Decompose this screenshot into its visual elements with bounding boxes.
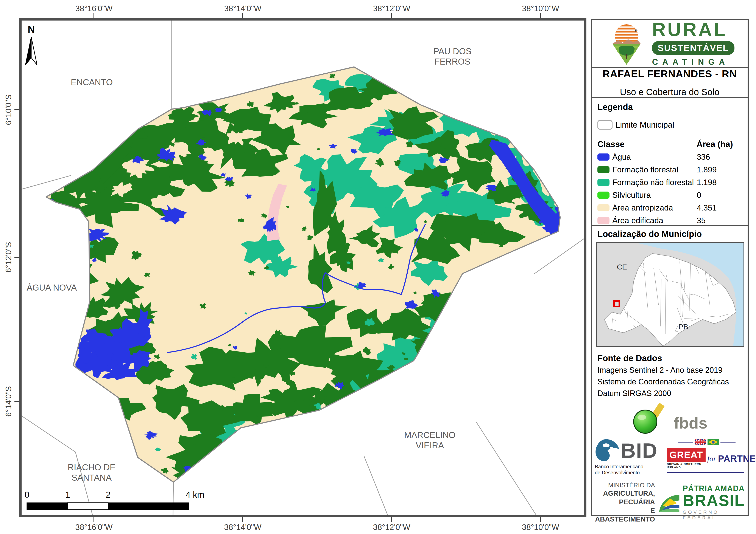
legend-row: Silvicultura0: [597, 189, 742, 201]
brazil-flag-icon: [708, 439, 719, 445]
legend-col-area: Área (ha): [696, 140, 733, 149]
svg-text:N: N: [28, 24, 35, 35]
ministry-line: MINISTÉRIO DA: [592, 481, 655, 489]
ministry-logo: MINISTÉRIO DA AGRICULTURA, PECUÁRIA E AB…: [592, 481, 655, 523]
location-heading: Localização do Município: [592, 229, 747, 239]
legend-swatch: [597, 166, 609, 173]
page-subtitle: Uso e Cobertura do Solo: [620, 87, 719, 97]
svg-text:38°16'0"W: 38°16'0"W: [75, 523, 113, 532]
svg-text:6°14'0"S: 6°14'0"S: [4, 386, 13, 417]
main-map: 38°16'0"W38°16'0"W38°14'0"W38°14'0"W38°1…: [0, 0, 591, 534]
legend-class-label: Área edificada: [612, 216, 697, 225]
legend-swatch: [597, 179, 609, 186]
program-logo: RURAL SUSTENTÁVEL CAATINGA: [592, 20, 747, 68]
limit-municipal-swatch: [597, 120, 612, 130]
legend-swatch: [597, 204, 609, 211]
fbds-logo: fbds: [592, 401, 747, 435]
page-title: RAFAEL FERNANDES - RN: [603, 68, 737, 80]
svg-text:MARCELINO: MARCELINO: [404, 430, 455, 440]
data-source-heading: Fonte de Dados: [597, 353, 747, 363]
svg-text:38°14'0"W: 38°14'0"W: [224, 4, 261, 13]
logo-word-rural: RURAL: [652, 20, 734, 39]
svg-text:VIEIRA: VIEIRA: [416, 441, 444, 450]
ministry-line: E ABASTECIMENTO: [592, 506, 655, 523]
svg-text:SANTANA: SANTANA: [71, 473, 112, 482]
bid-logo-icon: [595, 439, 621, 463]
svg-text:FERROS: FERROS: [435, 57, 471, 66]
data-source-line: Sistema de Coordenadas Geográficas: [597, 377, 747, 386]
data-source-line: Datum SIRGAS 2000: [597, 389, 747, 398]
legend-col-classe: Classe: [597, 140, 696, 149]
fbds-wordmark: fbds: [674, 414, 707, 432]
uk-flag-icon: [695, 439, 706, 445]
great-subtitle: BRITAIN & NORTHERN IRELAND: [667, 463, 706, 469]
ministry-line: AGRICULTURA, PECUÁRIA: [592, 489, 655, 506]
great-wordmark: GREAT: [667, 448, 706, 462]
svg-text:PAU DOS: PAU DOS: [433, 46, 472, 56]
svg-text:38°10'0"W: 38°10'0"W: [522, 523, 559, 532]
bid-wordmark: BID: [621, 440, 658, 461]
legend-rows: Água336Formação florestal1.899Formação n…: [597, 151, 742, 227]
flag-divider-line: [678, 442, 693, 443]
legend-row: Formação florestal1.899: [597, 164, 742, 176]
svg-text:38°10'0"W: 38°10'0"W: [522, 4, 559, 13]
legend-class-label: Formação florestal: [612, 165, 697, 174]
legend-heading: Legenda: [597, 102, 742, 112]
data-source-line: Imagens Sentinel 2 - Ano base 2019: [597, 366, 747, 375]
north-arrow-icon: N: [25, 24, 37, 65]
legend: Legenda Limite Municipal Classe Área (ha…: [592, 98, 747, 226]
legend-area-value: 1.198: [697, 178, 717, 187]
legend-row: Área edificada35: [597, 214, 742, 227]
brasil-line3: GOVERNO FEDERAL: [683, 509, 747, 521]
legend-class-label: Formação não florestal: [612, 178, 697, 187]
svg-text:1: 1: [65, 490, 70, 499]
svg-text:6°12'0"S: 6°12'0"S: [4, 242, 13, 272]
svg-text:4 km: 4 km: [186, 490, 204, 499]
logo-word-caatinga: CAATINGA: [652, 58, 734, 67]
legend-row: Área antropizada4.351: [597, 201, 742, 214]
location-inset-map: CEPB: [596, 242, 744, 347]
svg-text:38°14'0"W: 38°14'0"W: [224, 523, 261, 532]
legend-area-value: 1.899: [697, 165, 717, 174]
bid-subtitle: Banco Interamericano: [595, 464, 666, 470]
bid-logo: BID Banco Interamericano de Desenvolvime…: [592, 439, 666, 476]
legend-swatch: [597, 217, 609, 224]
legend-area-value: 0: [697, 191, 701, 200]
patria-amada-brasil-logo: PÁTRIA AMADA BRASIL GOVERNO FEDERAL: [658, 484, 747, 521]
legend-row: Formação não florestal1.198: [597, 176, 742, 189]
legend-area-value: 4.351: [697, 203, 717, 213]
brasil-logo-icon: [658, 491, 681, 514]
legend-area-value: 35: [697, 216, 706, 225]
legend-class-label: Silvicultura: [612, 191, 697, 200]
map-sheet: 38°16'0"W38°16'0"W38°14'0"W38°14'0"W38°1…: [0, 0, 756, 534]
svg-text:0: 0: [25, 490, 29, 499]
limit-municipal-label: Limite Municipal: [615, 120, 674, 130]
svg-text:2: 2: [106, 490, 111, 499]
svg-text:38°12'0"W: 38°12'0"W: [373, 523, 410, 532]
fbds-logo-icon: [632, 401, 673, 435]
great-for: for: [707, 454, 716, 463]
inset-label-pb: PB: [678, 323, 688, 331]
flag-divider-line: [720, 442, 736, 443]
svg-text:38°12'0"W: 38°12'0"W: [373, 4, 410, 13]
legend-row: Água336: [597, 151, 742, 164]
legend-swatch: [597, 153, 609, 161]
legend-class-label: Área antropizada: [612, 203, 697, 213]
side-panel: RURAL SUSTENTÁVEL CAATINGA RAFAEL FERNAN…: [591, 19, 749, 516]
svg-text:RIACHO DE: RIACHO DE: [68, 463, 116, 472]
great-partnership-logo: GREAT BRITAIN & NORTHERN IRELAND for PAR…: [667, 439, 746, 473]
logo-word-sustentavel: SUSTENTÁVEL: [652, 41, 734, 55]
legend-swatch: [597, 191, 609, 199]
svg-text:38°16'0"W: 38°16'0"W: [75, 4, 113, 13]
inset-label-ce: CE: [617, 263, 627, 271]
data-source-block: Fonte de Dados Imagens Sentinel 2 - Ano …: [592, 353, 747, 398]
legend-limit-row: Limite Municipal: [597, 120, 742, 130]
bid-subtitle: de Desenvolvimento: [595, 470, 666, 476]
legend-class-label: Água: [612, 153, 697, 162]
partnership-wordmark: PARTNERSHIP: [718, 453, 756, 464]
legend-area-value: 336: [697, 153, 710, 162]
great-rule: [667, 472, 744, 473]
rural-sustentavel-logo-icon: [605, 21, 648, 66]
svg-text:ÁGUA NOVA: ÁGUA NOVA: [27, 283, 77, 292]
svg-text:ENCANTO: ENCANTO: [71, 78, 113, 87]
